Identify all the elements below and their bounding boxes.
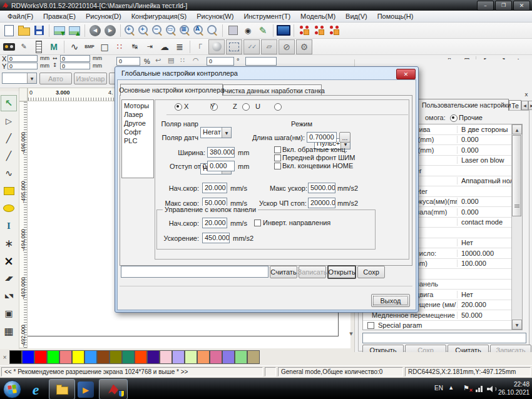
rdworks-taskbar-button[interactable]: [99, 379, 128, 399]
volume-icon[interactable]: [487, 386, 496, 392]
double-check-icon[interactable]: [243, 39, 260, 54]
zoom-out-center-icon[interactable]: +: [124, 24, 136, 37]
list-item-other[interactable]: Другое: [124, 119, 151, 128]
track-icon[interactable]: ◉: [241, 24, 255, 38]
prop-value[interactable]: 200.000: [457, 301, 512, 308]
panel-file-field[interactable]: [362, 333, 526, 343]
ruler-icon[interactable]: [32, 40, 46, 54]
palette-close-icon[interactable]: ×: [1, 354, 8, 361]
select-tool[interactable]: [1, 95, 17, 111]
color-swatch[interactable]: [122, 350, 135, 364]
scroll-down-icon[interactable]: ▼: [512, 320, 522, 330]
color-swatch[interactable]: [185, 350, 197, 364]
line-tool[interactable]: [1, 130, 17, 146]
scale-field[interactable]: 0: [116, 57, 140, 66]
width-field[interactable]: 0: [60, 55, 90, 62]
scroll-down-icon[interactable]: [348, 331, 354, 336]
kb-start-speed-field[interactable]: 20.000: [202, 218, 227, 228]
offset-tool[interactable]: [1, 305, 17, 321]
clock[interactable]: 22:48 26.10.2021: [498, 380, 529, 398]
action-center-flag-icon[interactable]: ⚑ ×: [463, 384, 471, 392]
panel-save-button[interactable]: Сохр: [405, 345, 446, 352]
open-file-icon[interactable]: [17, 24, 31, 38]
prop-value[interactable]: 0.000: [457, 198, 512, 205]
text-tool[interactable]: [1, 218, 17, 234]
render-sphere-icon[interactable]: [208, 39, 225, 54]
color-swatch[interactable]: [222, 350, 235, 364]
prop-value[interactable]: Нет: [457, 291, 512, 298]
rotate-icon[interactable]: [155, 56, 161, 64]
invert-direction-checkbox[interactable]: [254, 220, 261, 226]
anchor-icon[interactable]: [180, 56, 185, 64]
bezier-tool[interactable]: [1, 165, 17, 181]
menu-edit[interactable]: Правка(E): [38, 13, 81, 20]
color-swatch[interactable]: [97, 350, 110, 364]
tray-expand-icon[interactable]: ▲: [449, 385, 453, 390]
tab-scroll-right-icon[interactable]: ▶: [528, 101, 532, 110]
menu-view[interactable]: Вид(V): [340, 13, 372, 20]
delete-tool[interactable]: [1, 253, 17, 269]
hide-icon[interactable]: [279, 39, 295, 54]
table-scrollbar[interactable]: ▲ ▼: [511, 124, 522, 330]
prop-value[interactable]: Аппаратный нол: [457, 177, 512, 184]
array-copy3-icon[interactable]: [327, 24, 341, 38]
maximize-button[interactable]: [495, 1, 512, 11]
zoom-in-icon[interactable]: +: [138, 24, 150, 37]
max-acc-field[interactable]: 5000.000: [308, 183, 335, 193]
color-swatch[interactable]: [135, 350, 147, 364]
color-swatch[interactable]: [22, 350, 34, 364]
dialog-close-icon[interactable]: ✕: [396, 69, 416, 79]
minimize-button[interactable]: [477, 1, 494, 11]
width-field[interactable]: 380.000: [207, 147, 235, 158]
preview-monitor-icon[interactable]: [277, 24, 290, 38]
menu-draw[interactable]: Рисунок(D): [81, 13, 126, 20]
x-pos-field[interactable]: 0: [8, 55, 38, 62]
axis-x-radio[interactable]: [175, 103, 182, 111]
color-swatch[interactable]: [84, 350, 97, 364]
bmp-icon[interactable]: BMP: [83, 40, 96, 54]
angle-field[interactable]: 0: [207, 57, 234, 66]
panel-open-button[interactable]: Открыть: [362, 345, 404, 352]
show-path-checkbox[interactable]: [193, 40, 207, 54]
panel-write-button[interactable]: Записать: [490, 345, 531, 352]
array-copy-icon[interactable]: [297, 24, 311, 38]
ellipse-tool[interactable]: [1, 200, 17, 216]
y-pos-field[interactable]: 0: [8, 63, 38, 69]
ie-taskbar-icon[interactable]: e: [28, 381, 44, 398]
node-edit-icon[interactable]: [113, 40, 126, 54]
zoom-all-icon[interactable]: A: [193, 24, 205, 37]
start-button[interactable]: [3, 380, 21, 398]
select-box-icon[interactable]: [226, 24, 240, 38]
list-item-laser[interactable]: Лазер: [124, 110, 151, 119]
zoom-page-icon[interactable]: ▭: [165, 24, 178, 37]
text-m-icon[interactable]: M: [47, 40, 61, 54]
device-icon[interactable]: [2, 40, 16, 54]
other-radio[interactable]: [450, 114, 458, 122]
output-icon[interactable]: [158, 40, 171, 54]
panel-close-icon[interactable]: x: [523, 91, 530, 98]
special-param-checkbox[interactable]: [367, 322, 374, 329]
array-copy2-icon[interactable]: [312, 24, 326, 38]
zoom-data-icon[interactable]: ▦: [179, 24, 192, 37]
node-edit-tool[interactable]: [1, 113, 17, 129]
write-button[interactable]: Записать: [299, 266, 326, 278]
color-swatch[interactable]: [59, 350, 72, 364]
mirror-vertical-tool[interactable]: [1, 270, 17, 286]
height-field[interactable]: 0: [60, 63, 90, 69]
new-file-icon[interactable]: [2, 24, 16, 38]
start-speed-field[interactable]: 20.000: [202, 183, 227, 193]
kb-acc-field[interactable]: 450.000: [202, 233, 230, 243]
tab-scroll-left-icon[interactable]: ◀: [521, 101, 528, 110]
language-indicator[interactable]: EN: [434, 385, 443, 391]
dialog-file-field[interactable]: [121, 266, 269, 278]
menu-file[interactable]: Файл(F): [3, 13, 38, 20]
prop-value[interactable]: contact mode: [457, 218, 512, 226]
auto-button[interactable]: Авто: [39, 73, 72, 84]
prop-value[interactable]: Laser on blow: [457, 156, 512, 164]
import-icon[interactable]: ▼: [53, 24, 66, 38]
network-signal-icon[interactable]: [476, 386, 484, 392]
redo-icon[interactable]: [103, 24, 117, 38]
color-swatch[interactable]: [160, 350, 172, 364]
list-item-motors[interactable]: Моторы: [124, 101, 151, 110]
save-button[interactable]: Сохр: [357, 266, 385, 278]
